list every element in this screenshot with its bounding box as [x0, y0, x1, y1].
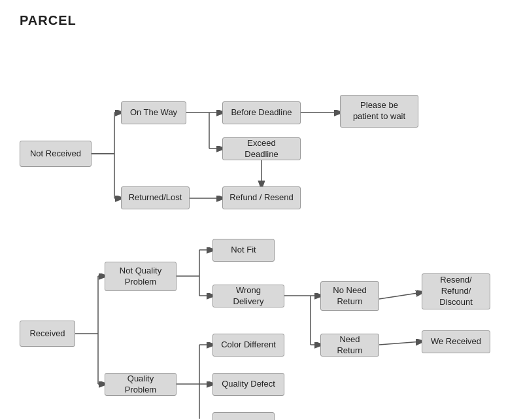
node-not-fit: Not Fit	[212, 239, 275, 262]
node-we-received: We Received	[422, 330, 490, 353]
node-on-the-way: On The Way	[121, 101, 186, 124]
node-not-quality: Not Quality Problem	[105, 262, 177, 291]
page-title: PARCEL	[20, 13, 76, 28]
node-quality-problem: Quality Problem	[105, 373, 177, 396]
node-received: Received	[20, 321, 75, 347]
node-color-different: Color Different	[212, 334, 284, 357]
node-not-received: Not Received	[20, 141, 92, 167]
svg-line-29	[379, 292, 422, 299]
svg-line-30	[379, 341, 422, 345]
node-wrong-delivery: Wrong Delivery	[212, 285, 284, 307]
flowchart: Not Received On The Way Returned/Lost Be…	[0, 39, 523, 419]
node-quality-defect: Quality Defect	[212, 373, 284, 396]
node-no-need-return: No Need Return	[320, 281, 379, 311]
node-returned-lost: Returned/Lost	[121, 186, 190, 209]
node-resend-refund: Resend/ Refund/ Discount	[422, 273, 490, 309]
connectors-svg	[0, 39, 523, 419]
node-refund-resend-top: Refund / Resend	[222, 186, 301, 209]
node-need-return: Need Return	[320, 334, 379, 357]
node-before-deadline: Before Deadline	[222, 101, 301, 124]
node-please-wait: Please be patient to wait	[340, 95, 418, 128]
node-damage: Damage	[212, 412, 275, 420]
node-exceed-deadline: Exceed Deadline	[222, 137, 301, 160]
